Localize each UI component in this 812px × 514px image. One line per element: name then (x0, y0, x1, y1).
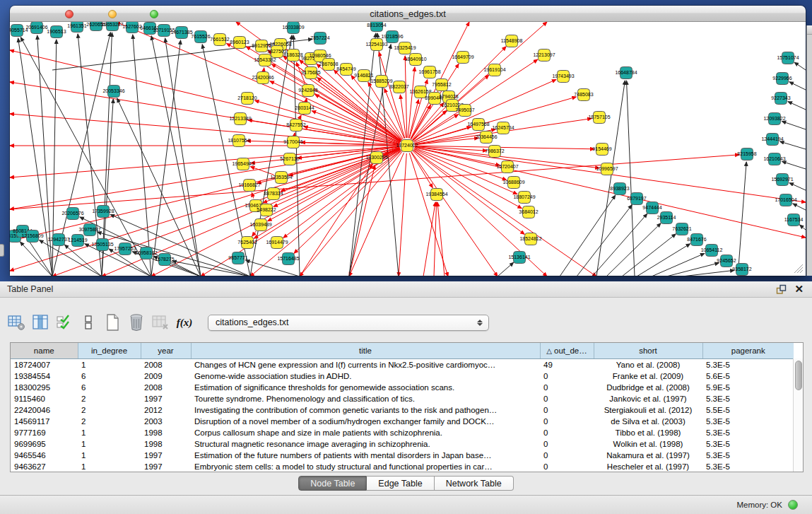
column-header-pagerank[interactable]: pagerank (702, 343, 794, 358)
tab-node-table[interactable]: Node Table (298, 476, 367, 491)
table-row[interactable]: 1872400712008Changes of HCN gene express… (11, 358, 794, 370)
select-columns-button[interactable] (54, 312, 75, 333)
column-header-year[interactable]: year (141, 343, 191, 358)
network-node[interactable]: 19166827 (238, 180, 260, 192)
network-node[interactable]: 18524812 (519, 233, 541, 245)
network-node[interactable]: 8454749 (336, 64, 355, 76)
tab-edge-table[interactable]: Edge Table (367, 476, 434, 491)
network-node[interactable]: 19218596 (381, 31, 403, 43)
network-node[interactable]: 16914479 (266, 237, 288, 249)
network-node[interactable]: 9227343 (771, 93, 790, 105)
table-panel-header[interactable]: Table Panel ✕ (0, 281, 812, 298)
network-node[interactable]: 10654112 (701, 245, 723, 257)
column-header-short[interactable]: short (594, 343, 702, 358)
network-canvas[interactable]: 1872400789601238912955182260589827503165… (10, 22, 806, 276)
table-row[interactable]: 1456911722003Disruption of a novel membe… (11, 416, 794, 427)
table-scrollbar-thumb[interactable] (795, 361, 802, 390)
network-node[interactable]: 6879197 (627, 193, 646, 205)
network-node[interactable]: 15716485 (277, 253, 299, 265)
network-node[interactable]: 2935114 (657, 212, 676, 224)
network-node[interactable]: 9358172 (732, 264, 751, 276)
network-node[interactable]: 16497568 (467, 119, 489, 131)
create-column-button[interactable] (102, 312, 123, 333)
network-node[interactable]: 1961351 (67, 22, 86, 33)
network-node[interactable]: 9170046 (283, 136, 302, 148)
row-height-button[interactable] (78, 312, 99, 333)
table-row[interactable]: 969969511998Structural magnetic resonanc… (11, 438, 794, 450)
table-row[interactable]: 946554611997Estimation of the future num… (11, 450, 794, 461)
network-node[interactable]: 12213349 (229, 113, 251, 125)
panel-edge-handle[interactable] (0, 244, 4, 257)
table-row[interactable]: 1830029562008Estimation of significance … (11, 382, 794, 393)
network-node[interactable]: 20691406 (25, 22, 47, 34)
network-node[interactable]: 12353594 (270, 172, 292, 184)
network-node[interactable]: 1167534 (784, 214, 804, 226)
network-node[interactable]: 12213097 (533, 49, 555, 62)
network-node[interactable]: 9857771 (228, 252, 247, 264)
network-node[interactable]: 18325419 (394, 42, 416, 54)
table-row[interactable]: 911546021997Tourette syndrome. Phenomeno… (11, 393, 794, 404)
delete-table-button[interactable] (150, 312, 171, 333)
close-panel-icon[interactable]: ✕ (794, 283, 804, 296)
column-header-name[interactable]: name (11, 343, 78, 358)
table-settings-button[interactable] (6, 312, 27, 333)
network-node[interactable]: 18757105 (588, 112, 610, 124)
network-node[interactable]: 9229966 (772, 73, 792, 85)
network-node[interactable]: 16958107 (135, 247, 157, 259)
network-node[interactable]: 1906513 (47, 26, 66, 38)
network-node[interactable]: 15751074 (777, 52, 799, 64)
network-node[interactable]: 9154469 (592, 144, 611, 156)
network-node[interactable]: 17957253 (114, 243, 136, 255)
network-node[interactable]: 16648784 (615, 67, 637, 79)
network-node[interactable]: 16649709 (452, 52, 473, 64)
network-node[interactable]: 18107554 (228, 135, 249, 147)
network-node[interactable]: 15720407 (496, 161, 518, 173)
network-node[interactable]: 2803144 (295, 103, 314, 115)
function-builder-button[interactable]: f(x) (174, 312, 195, 333)
window-titlebar[interactable]: citations_edges.txt (10, 6, 806, 22)
background-window-edge[interactable] (806, 25, 812, 276)
network-node[interactable]: 15692971 (771, 174, 793, 186)
network-node[interactable]: 16210643 (763, 153, 785, 165)
network-node[interactable]: 19743493 (552, 71, 574, 83)
float-panel-icon[interactable] (776, 284, 787, 295)
column-header-title[interactable]: title (191, 343, 540, 358)
table-row[interactable]: 977716911998Corpus callosum shape and si… (11, 427, 794, 438)
table-row[interactable]: 1938455462009Genome-wide association stu… (11, 370, 794, 382)
network-node[interactable]: 12093822 (763, 113, 785, 125)
network-node[interactable]: 10688609 (502, 177, 524, 189)
table-row[interactable]: 2242004622012Investigating the contribut… (11, 404, 794, 416)
network-node[interactable]: 7857224 (310, 33, 329, 45)
network-node[interactable]: 9245652 (717, 255, 736, 267)
network-node[interactable]: 11548908 (501, 35, 523, 47)
network-view-window[interactable]: citations_edges.txt 18724007896012389129… (10, 6, 806, 276)
table-scrollbar[interactable] (793, 358, 803, 472)
network-node[interactable]: 18807249 (513, 192, 535, 204)
network-node[interactable]: 12942737 (47, 234, 69, 246)
network-node[interactable]: 12444194 (761, 134, 783, 146)
network-node[interactable]: 7632621 (672, 223, 691, 235)
network-node[interactable]: 7485083 (574, 89, 593, 101)
resize-grip[interactable] (794, 264, 804, 274)
network-node[interactable]: 16033809 (282, 22, 304, 34)
network-node[interactable]: 8215958 (737, 148, 756, 160)
network-node[interactable]: 9175685 (301, 67, 320, 79)
network-node[interactable]: 3684012 (519, 206, 538, 218)
column-header-in_degree[interactable]: in_degree (78, 343, 141, 358)
network-node[interactable]: 18640910 (404, 54, 426, 66)
network-node[interactable]: 22420046 (252, 72, 273, 84)
network-node[interactable]: 16961758 (418, 66, 440, 78)
network-node[interactable]: 19654943 (232, 158, 254, 170)
network-node[interactable]: 2718120 (237, 93, 257, 105)
network-node[interactable]: 20053346 (102, 86, 124, 98)
network-node[interactable]: 8813054 (367, 22, 386, 32)
network-node[interactable]: 19384554 (425, 189, 447, 201)
network-node[interactable]: 10653287 (101, 22, 123, 31)
network-node[interactable]: 1527602 (122, 22, 141, 33)
network-node[interactable]: 12254193 (365, 39, 387, 51)
tab-network-table[interactable]: Network Table (435, 476, 514, 491)
show-columns-button[interactable] (30, 312, 51, 333)
network-graph[interactable]: 1872400789601238912955182260589827503165… (10, 22, 806, 276)
network-node[interactable]: 1214519 (68, 235, 87, 247)
table-selector[interactable]: citations_edges.txt (208, 315, 489, 331)
